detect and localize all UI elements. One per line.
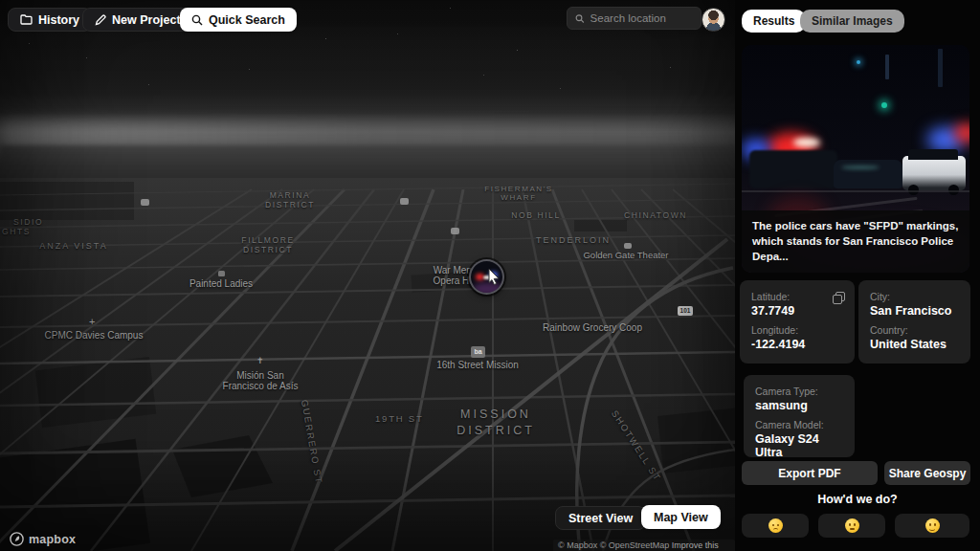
slightly-smiling-face-icon [845,518,859,533]
map-label-fishermans-wharf: FISHERMAN'SWHARF [484,185,553,202]
location-search [567,7,702,30]
latitude-value: 37.7749 [751,304,843,318]
camera-model-label: Camera Model: [755,419,843,430]
folder-icon [20,14,33,25]
search-icon [575,13,585,24]
place-card: City: San Francisco Country: United Stat… [858,280,970,364]
country-label: Country: [870,324,959,336]
map-label-cpmc-davies: CPMC Davies Campus [45,330,144,341]
map-label-golden-gate-theater: Golden Gate Theater [583,250,668,260]
new-project-button-label: New Project [112,13,181,27]
church-icon: ✝ [256,356,264,365]
route-shield-icon [400,198,409,205]
camera-type-label: Camera Type: [755,386,843,397]
longitude-label: Longitude: [751,324,843,336]
mapbox-wordmark: mapbox [29,533,76,546]
map-view-button[interactable]: Map View [641,505,721,529]
feedback-sad-button[interactable] [742,514,809,538]
export-pdf-label: Export PDF [778,467,840,480]
street-view-button[interactable]: Street View [555,506,646,530]
country-value: United States [870,338,959,351]
map-label-chinatown: CHINATOWN [624,210,687,220]
results-panel: Results Similar Images The police cars h… [735,0,980,551]
city-value: San Francisco [870,304,959,318]
map-canvas[interactable]: SIDIO GHTS ANZA VISTA MARINADISTRICT FIS… [0,0,735,551]
route-101-shield: 101 [678,306,693,316]
history-button[interactable]: History [8,8,92,32]
map-label-presidio-heights: SIDIO GHTS [13,217,43,236]
poi-icon [218,271,225,276]
attribution-text: © Mapbox © OpenStreetMap [558,540,669,550]
map-label-nob-hill: NOB HILL [511,210,561,220]
map-label-19th-st: 19TH ST [375,413,424,424]
tab-similar-images-label: Similar Images [812,14,893,28]
stars [0,0,1,1]
map-label-marina-district: MARINADISTRICT [265,190,315,209]
map-attribution: © Mapbox © OpenStreetMap Improve this ma… [553,540,735,551]
map-label-mision-san-francisco: Misión SanFrancisco de Asís [223,370,299,391]
tab-results-label: Results [753,14,794,28]
result-caption: The police cars have "SFPD" markings, wh… [742,210,969,273]
feedback-happy-button[interactable] [895,514,969,538]
map-label-fillmore-district: FILLMOREDISTRICT [241,235,294,254]
search-location-input[interactable] [590,12,693,24]
tab-similar-images[interactable]: Similar Images [800,10,904,33]
map-label-rainbow-grocery: Rainbow Grocery Coop [543,322,642,333]
search-icon [191,14,203,26]
share-geospy-label: Share Geospy [889,467,967,480]
map-label-mission-district: MISSIONDISTRICT [457,408,535,440]
street-view-label: Street View [568,512,633,525]
map-label-16th-street-mission: 16th Street Mission [436,360,519,370]
smiling-face-icon [925,518,940,533]
share-geospy-button[interactable]: Share Geospy [884,461,970,485]
route-shield-icon [624,243,632,249]
route-shield-icon [451,228,459,234]
quick-search-button[interactable]: Quick Search [180,8,297,32]
coordinates-card: Latitude: 37.7749 Longitude: -122.4194 [740,280,855,364]
export-pdf-button[interactable]: Export PDF [742,461,878,485]
copy-coordinates-icon[interactable] [833,292,845,304]
user-avatar[interactable] [702,8,725,32]
city-label: City: [870,291,959,302]
geospy-app: SIDIO GHTS ANZA VISTA MARINADISTRICT FIS… [0,0,980,551]
road-network [0,163,735,551]
longitude-value: -122.4194 [751,338,843,351]
camera-card: Camera Type: samsung Camera Model: Galax… [744,375,855,457]
new-project-button[interactable]: New Project [82,8,193,32]
result-image-card[interactable]: The police cars have "SFPD" markings, wh… [742,45,969,273]
map-label-tenderloin: TENDERLOIN [536,235,611,245]
mapbox-icon [10,532,24,546]
feedback-question: How'd we do? [735,493,980,506]
tab-results[interactable]: Results [742,10,806,33]
camera-type-value: samsung [755,399,843,412]
quick-search-button-label: Quick Search [209,13,285,27]
map-label-painted-ladies: Painted Ladies [189,278,253,289]
mouse-cursor-icon [488,268,503,285]
mapbox-logo[interactable]: mapbox [10,532,76,546]
latitude-label: Latitude: [751,291,843,302]
hospital-icon: + [89,316,95,327]
feedback-neutral-button[interactable] [818,514,885,538]
history-button-label: History [38,13,79,27]
pensive-face-icon [768,518,783,533]
map-label-anza-vista: ANZA VISTA [39,241,107,251]
pencil-icon [95,14,106,26]
map-view-label: Map View [654,511,708,524]
route-shield-icon [141,199,149,206]
bart-station-icon: ba [471,346,485,358]
camera-model-value: Galaxy S24 Ultra [755,432,843,459]
